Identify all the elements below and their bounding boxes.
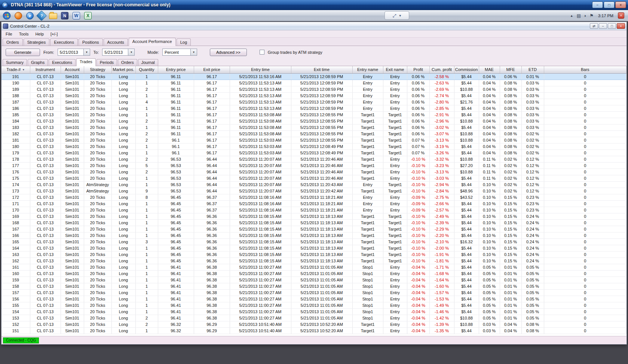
table-row[interactable]: 167CL 07-13Sim10120 TicksLong196.4596.36… [1,226,627,232]
quicklaunch-explorer[interactable] [49,11,58,20]
minimize-button[interactable]: − [592,1,603,8]
tab-account-performance[interactable]: Account Performance [129,38,176,46]
to-date-picker[interactable]: 5/21/2013 ▼ [102,49,135,56]
subtab-orders[interactable]: Orders [118,59,137,66]
table-row[interactable]: 173CL 07-13Sim101AtmStrategyLong996.5396… [1,188,627,194]
group-trades-checkbox[interactable] [260,50,264,55]
column-header-cum-profit[interactable]: Cum. profit [429,66,454,73]
table-row[interactable]: 188CL 07-13Sim10120 TicksLong196.1196.17… [1,92,627,99]
table-row[interactable]: 180CL 07-13Sim10120 TicksLong196.196.175… [1,143,627,149]
session-close-button[interactable]: × [618,12,624,19]
table-row[interactable]: 166CL 07-13Sim10120 TicksLong196.4596.36… [1,232,627,238]
table-row[interactable]: 172CL 07-13Sim10120 TicksLong896.4596.37… [1,194,627,200]
table-row[interactable]: 153CL 07-13Sim10120 TicksLong296.4196.38… [1,315,627,321]
table-row[interactable]: 156CL 07-13Sim10120 TicksLong196.4196.38… [1,296,627,302]
to-calendar-dropdown-icon[interactable]: ▼ [128,49,134,55]
column-header-entry-time[interactable]: Entry time [230,66,291,73]
table-row[interactable]: 189CL 07-13Sim10120 TicksLong296.1196.17… [1,86,627,92]
column-header-etd[interactable]: ETD [521,66,544,73]
quicklaunch-firefox[interactable] [14,11,23,20]
table-row[interactable]: 171CL 07-13Sim10120 TicksLong196.4596.37… [1,200,627,207]
subtab-trades[interactable]: Trades [76,58,96,66]
generate-button[interactable]: Generate [6,49,40,56]
table-row[interactable]: 191CL 07-13Sim10120 TicksLong196.1196.17… [1,73,627,80]
window-link-button[interactable]: ⇄ [590,23,598,29]
column-header-exit-time[interactable]: Exit time [291,66,352,73]
table-row[interactable]: 176CL 07-13Sim10120 TicksLong296.5396.44… [1,169,627,175]
table-row[interactable]: 185CL 07-13Sim10120 TicksLong196.1196.17… [1,111,627,118]
subtab-summary[interactable]: Summary [3,59,27,66]
quicklaunch-ninjatrader[interactable]: N [60,11,69,20]
table-row[interactable]: 168CL 07-13Sim10120 TicksLong196.4596.36… [1,219,627,226]
subtab-graphs[interactable]: Graphs [28,59,48,66]
table-row[interactable]: 164CL 07-13Sim10120 TicksLong196.4596.36… [1,245,627,251]
table-row[interactable]: 177CL 07-13Sim10120 TicksLong596.5396.44… [1,162,627,169]
menu-file[interactable]: File [2,31,16,37]
column-header-account[interactable]: Account [61,66,84,73]
window-minimize-button[interactable]: − [599,23,607,29]
table-row[interactable]: 190CL 07-13Sim10120 TicksLong196.1196.17… [1,80,627,86]
table-row[interactable]: 178CL 07-13Sim10120 TicksLong296.5396.44… [1,156,627,162]
table-row[interactable]: 186CL 07-13Sim10120 TicksLong196.1196.17… [1,105,627,111]
from-calendar-dropdown-icon[interactable]: ▼ [83,49,90,55]
advanced-button[interactable]: Advanced >> [210,49,247,56]
table-row[interactable]: 155CL 07-13Sim10120 TicksLong196.4196.38… [1,302,627,308]
quicklaunch-internet-explorer[interactable]: e [25,11,34,20]
table-row[interactable]: 183CL 07-13Sim10120 TicksLong196.1196.17… [1,124,627,130]
table-row[interactable]: 184CL 07-13Sim10120 TicksLong296.1196.17… [1,118,627,124]
menu-help[interactable]: Help [32,31,47,37]
table-row[interactable]: 158CL 07-13Sim10120 TicksLong196.4196.38… [1,283,627,289]
table-row[interactable]: 151CL 07-13Sim10120 TicksLong196.3296.29… [1,327,627,334]
column-header-instrument[interactable]: Instrument [30,66,61,73]
table-row[interactable]: 162CL 07-13Sim10120 TicksLong196.4596.36… [1,257,627,264]
tab-orders[interactable]: Orders [3,38,23,46]
table-row[interactable]: 159CL 07-13Sim10120 TicksLong196.4196.38… [1,277,627,283]
volume-tray-icon[interactable]: ◗ [584,13,586,18]
tab-log[interactable]: Log [177,38,191,46]
table-row[interactable]: 157CL 07-13Sim10120 TicksLong196.4196.38… [1,289,627,296]
column-header-entry-price[interactable]: Entry price [158,66,194,73]
table-row[interactable]: 175CL 07-13Sim10120 TicksLong196.5396.44… [1,175,627,181]
quicklaunch-word[interactable]: W [72,11,81,20]
menu-tools[interactable]: Tools [16,31,32,37]
tab-positions[interactable]: Positions [79,38,103,46]
table-row[interactable]: 154CL 07-13Sim10120 TicksLong196.4196.38… [1,308,627,315]
column-header-market-pos-[interactable]: Market pos. [111,66,135,73]
column-header-strategy[interactable]: Strategy [84,66,111,73]
start-button[interactable] [2,11,11,20]
from-date-picker[interactable]: 5/21/2013 ▼ [58,49,90,56]
tab-executions[interactable]: Executions [50,38,78,46]
table-row[interactable]: 187CL 07-13Sim10120 TicksLong496.1196.17… [1,99,627,105]
quicklaunch-help[interactable]: ? [37,11,46,20]
table-row[interactable]: 182CL 07-13Sim10120 TicksLong296.1196.17… [1,130,627,137]
column-header-exit-name[interactable]: Exit name [383,66,407,73]
window-titlebar[interactable]: Control Center - CL-2 ⇄ − □ × [1,22,627,30]
subtab-periods[interactable]: Periods [97,59,117,66]
teamviewer-panel-handle[interactable]: ⤢ ▾ [385,11,409,20]
column-header-profit[interactable]: Profit [407,66,429,73]
window-close-button[interactable]: × [617,23,625,29]
column-header-exit-price[interactable]: Exit price [194,66,230,73]
mode-dropdown-icon[interactable]: ▼ [190,49,197,55]
table-row[interactable]: 174CL 07-13Sim101AtmStrategyLong196.5396… [1,181,627,188]
table-row[interactable]: 163CL 07-13Sim10120 TicksLong196.4596.36… [1,251,627,257]
hidden-icons-chevron[interactable]: ▴ [570,13,574,18]
table-row[interactable]: 170CL 07-13Sim10120 TicksLong196.4596.37… [1,207,627,213]
column-header-entry-name[interactable]: Entry name [352,66,383,73]
window-maximize-button[interactable]: □ [608,23,616,29]
column-header-commission[interactable]: Commission [454,66,479,73]
column-header-trade-[interactable]: Trade-#▼ [1,66,30,73]
column-header-mfe[interactable]: MFE [500,66,521,73]
menu-expand-collapse[interactable]: [+/-] [47,31,61,37]
table-row[interactable]: 161CL 07-13Sim10120 TicksLong196.4196.38… [1,264,627,270]
subtab-executions[interactable]: Executions [49,59,76,66]
mode-select[interactable]: Percent ▼ [162,49,197,56]
table-row[interactable]: 179CL 07-13Sim10120 TicksLong196.196.175… [1,149,627,156]
column-header-quantity[interactable]: Quantity [135,66,158,73]
display-tray-icon[interactable]: ▤ [577,13,581,18]
close-button[interactable]: × [615,1,626,8]
tab-strategies[interactable]: Strategies [24,38,50,46]
table-row[interactable]: 152CL 07-13Sim10120 TicksLong296.3296.29… [1,321,627,327]
table-row[interactable]: 169CL 07-13Sim10120 TicksLong196.4596.36… [1,213,627,219]
subtab-journal[interactable]: Journal [138,59,158,66]
